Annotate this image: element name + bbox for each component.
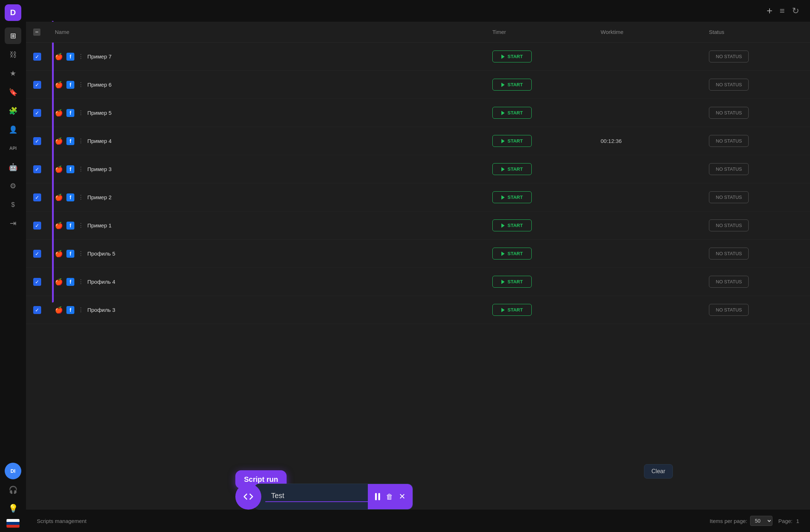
- row-checkbox-col[interactable]: [33, 278, 55, 286]
- row-dots[interactable]: ⋮: [78, 278, 84, 285]
- row-dots[interactable]: ⋮: [78, 250, 84, 257]
- bottom-right: Items per page: 50 25 100 Page: 1: [710, 516, 799, 526]
- sidebar-item-robot[interactable]: 🤖: [5, 159, 21, 175]
- row-dots[interactable]: ⋮: [78, 81, 84, 88]
- row-dots[interactable]: ⋮: [78, 222, 84, 229]
- row-checkbox[interactable]: [33, 193, 41, 201]
- sidebar-item-api[interactable]: API: [5, 140, 21, 157]
- row-checkbox[interactable]: [33, 53, 41, 61]
- status-button[interactable]: NO STATUS: [709, 219, 749, 231]
- apple-icon: 🍎: [55, 306, 63, 314]
- status-button[interactable]: NO STATUS: [709, 107, 749, 119]
- row-checkbox-col[interactable]: [33, 222, 55, 230]
- status-button[interactable]: NO STATUS: [709, 163, 749, 175]
- sidebar-flag-russia[interactable]: [6, 519, 19, 528]
- sidebar-item-bookmark[interactable]: 🔖: [5, 84, 21, 100]
- start-button[interactable]: START: [492, 304, 532, 316]
- start-button[interactable]: START: [492, 79, 532, 91]
- table-row: 🍎 f ⋮ Пример 4 START 00:12:36 NO STATUS: [26, 127, 810, 155]
- status-button[interactable]: NO STATUS: [709, 79, 749, 91]
- sidebar-item-bulb[interactable]: 💡: [5, 500, 21, 517]
- script-panel: Test 🗑 ✕: [254, 484, 413, 510]
- start-button[interactable]: START: [492, 135, 532, 147]
- row-checkbox-col[interactable]: [33, 250, 55, 258]
- table-row: 🍎 f ⋮ Пример 5 START NO STATUS: [26, 99, 810, 127]
- script-delete-button[interactable]: 🗑: [386, 493, 393, 501]
- sidebar-item-dollar[interactable]: $: [5, 196, 21, 213]
- row-status-col: NO STATUS: [709, 219, 803, 231]
- row-dots[interactable]: ⋮: [78, 166, 84, 173]
- row-dots[interactable]: ⋮: [78, 138, 84, 144]
- row-dots[interactable]: ⋮: [78, 53, 84, 60]
- refresh-icon[interactable]: ↻: [792, 6, 799, 16]
- apple-icon: 🍎: [55, 137, 63, 145]
- row-status-col: NO STATUS: [709, 276, 803, 288]
- start-button[interactable]: START: [492, 107, 532, 119]
- row-dots[interactable]: ⋮: [78, 109, 84, 116]
- script-pause-button[interactable]: [375, 493, 380, 500]
- row-checkbox-col[interactable]: [33, 109, 55, 117]
- row-checkbox[interactable]: [33, 165, 41, 173]
- sidebar-item-grid[interactable]: ⊞: [5, 27, 21, 44]
- row-checkbox-col[interactable]: [33, 306, 55, 314]
- script-actions: 🗑 ✕: [368, 484, 413, 509]
- script-close-button[interactable]: ✕: [399, 492, 405, 501]
- row-checkbox[interactable]: [33, 109, 41, 117]
- row-checkbox[interactable]: [33, 222, 41, 230]
- start-button[interactable]: START: [492, 276, 532, 288]
- apple-icon: 🍎: [55, 222, 63, 230]
- start-button[interactable]: START: [492, 163, 532, 175]
- sidebar-item-star[interactable]: ★: [5, 65, 21, 82]
- start-button[interactable]: START: [492, 51, 532, 62]
- filter-icon[interactable]: ≡: [780, 6, 785, 16]
- sidebar-item-support[interactable]: 🎧: [5, 481, 21, 498]
- sidebar-item-logout[interactable]: ⇥: [5, 215, 21, 232]
- status-button[interactable]: NO STATUS: [709, 191, 749, 203]
- row-checkbox-col[interactable]: [33, 81, 55, 89]
- row-timer-col: START: [492, 51, 601, 62]
- row-timer-col: START: [492, 79, 601, 91]
- status-button[interactable]: NO STATUS: [709, 51, 749, 62]
- header-name: Name: [55, 29, 492, 35]
- select-all-checkbox[interactable]: [33, 29, 40, 36]
- row-checkbox-col[interactable]: [33, 53, 55, 61]
- header-timer: Timer: [492, 29, 601, 35]
- add-icon[interactable]: +: [767, 5, 772, 17]
- start-button[interactable]: START: [492, 191, 532, 203]
- play-icon: [501, 54, 505, 59]
- row-dots[interactable]: ⋮: [78, 194, 84, 201]
- status-button[interactable]: NO STATUS: [709, 248, 749, 260]
- clear-tooltip[interactable]: Clear: [644, 464, 673, 479]
- table-row: 🍎 f ⋮ Пример 6 START NO STATUS: [26, 71, 810, 99]
- row-dots[interactable]: ⋮: [78, 306, 84, 313]
- status-button[interactable]: NO STATUS: [709, 135, 749, 147]
- status-button[interactable]: NO STATUS: [709, 304, 749, 316]
- row-name-col: 🍎 f ⋮ Пример 2: [55, 193, 492, 201]
- row-checkbox[interactable]: [33, 250, 41, 258]
- row-checkbox-col[interactable]: [33, 137, 55, 145]
- row-timer-col: START: [492, 163, 601, 175]
- sidebar-item-gear[interactable]: ⚙: [5, 178, 21, 194]
- sidebar-item-user[interactable]: 👤: [5, 121, 21, 138]
- row-checkbox[interactable]: [33, 81, 41, 89]
- row-checkbox-col[interactable]: [33, 193, 55, 201]
- facebook-icon: f: [66, 278, 74, 286]
- row-checkbox[interactable]: [33, 278, 41, 286]
- sidebar-avatar[interactable]: DI: [5, 463, 21, 479]
- sidebar-item-links[interactable]: ⛓: [5, 46, 21, 63]
- row-name: Пример 7: [87, 53, 112, 60]
- script-code-button[interactable]: [235, 484, 261, 510]
- sidebar-logo[interactable]: D: [5, 4, 21, 21]
- row-checkbox[interactable]: [33, 306, 41, 314]
- header-checkbox-col[interactable]: [33, 29, 55, 36]
- row-checkbox-col[interactable]: [33, 165, 55, 173]
- row-name-col: 🍎 f ⋮ Пример 7: [55, 53, 492, 61]
- facebook-icon: f: [66, 306, 74, 314]
- items-per-page-select[interactable]: 50 25 100: [750, 516, 772, 526]
- status-button[interactable]: NO STATUS: [709, 276, 749, 288]
- start-button[interactable]: START: [492, 219, 532, 231]
- sidebar-item-puzzle[interactable]: 🧩: [5, 103, 21, 119]
- start-button[interactable]: START: [492, 248, 532, 260]
- row-checkbox[interactable]: [33, 137, 41, 145]
- row-timer-col: START: [492, 276, 601, 288]
